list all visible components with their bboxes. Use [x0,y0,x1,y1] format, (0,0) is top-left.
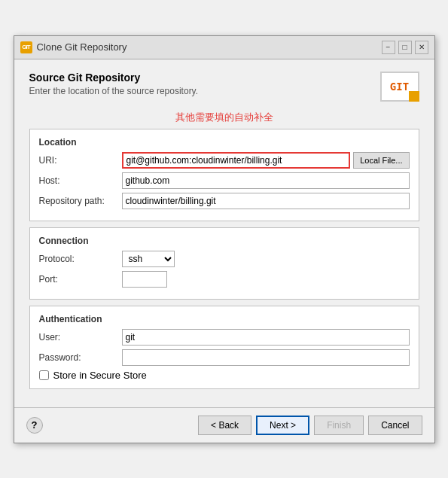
authentication-panel: Authentication User: Password: Store in … [29,306,419,389]
protocol-select[interactable]: ssh https http [122,251,175,267]
main-window: GIT Clone Git Repository − □ ✕ Source Gi… [14,35,435,443]
protocol-row: Protocol: ssh https http [39,251,410,267]
finish-button[interactable]: Finish [314,416,364,435]
password-row: Password: [39,349,410,366]
repo-path-label: Repository path: [39,196,122,206]
uri-label: URI: [39,155,122,166]
footer-left: ? [26,417,43,434]
title-bar-left: GIT Clone Git Repository [20,41,127,53]
window-icon: GIT [20,41,32,53]
section-title: Source Git Repository [29,72,199,84]
host-label: Host: [39,175,122,186]
connection-panel-label: Connection [39,236,410,246]
annotation-text: 其他需要填的自动补全 [29,111,419,124]
host-row: Host: [39,172,410,189]
uri-input[interactable] [122,152,351,169]
local-file-button[interactable]: Local File... [353,152,409,169]
window-title: Clone Git Repository [37,41,127,53]
location-panel: Location URI: Local File... Host: Reposi… [29,129,419,221]
port-input[interactable] [122,271,167,288]
footer: ? < Back Next > Finish Cancel [14,407,434,443]
password-label: Password: [39,352,122,363]
user-label: User: [39,332,122,343]
user-row: User: [39,329,410,346]
git-logo: GIT [380,72,419,102]
connection-panel: Connection Protocol: ssh https http Port… [29,227,419,300]
next-button[interactable]: Next > [256,416,309,435]
title-bar: GIT Clone Git Repository − □ ✕ [14,36,434,59]
help-button[interactable]: ? [26,417,43,434]
content-area: Source Git Repository Enter the location… [14,59,434,407]
host-input[interactable] [122,172,410,189]
minimize-button[interactable]: − [382,41,395,54]
section-subtitle: Enter the location of the source reposit… [29,86,199,96]
maximize-button[interactable]: □ [398,41,412,54]
store-checkbox[interactable] [39,370,49,380]
password-input[interactable] [122,349,410,366]
user-input[interactable] [122,329,410,346]
store-row: Store in Secure Store [39,370,410,381]
authentication-panel-label: Authentication [39,314,410,324]
port-label: Port: [39,274,122,285]
location-panel-label: Location [39,137,410,148]
store-label: Store in Secure Store [53,370,147,381]
protocol-label: Protocol: [39,254,122,264]
header-section: Source Git Repository Enter the location… [29,72,419,102]
repo-path-row: Repository path: [39,193,410,209]
uri-row: URI: Local File... [39,152,410,169]
repo-path-input[interactable] [122,193,410,209]
cancel-button[interactable]: Cancel [368,416,422,435]
header-text: Source Git Repository Enter the location… [29,72,199,96]
title-controls: − □ ✕ [382,41,428,54]
port-row: Port: [39,271,410,288]
close-button[interactable]: ✕ [415,41,428,54]
footer-buttons: < Back Next > Finish Cancel [198,416,422,435]
back-button[interactable]: < Back [198,416,251,435]
